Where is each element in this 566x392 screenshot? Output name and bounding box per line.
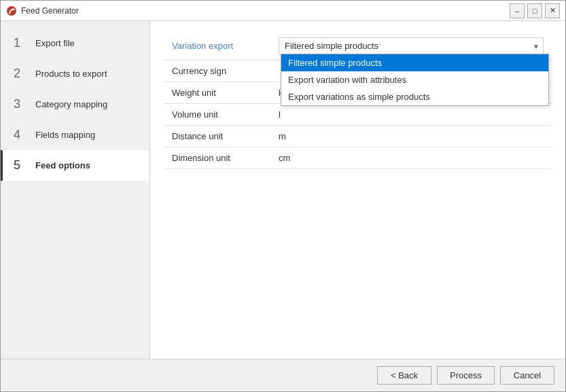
table-row: Volume unit l — [164, 104, 552, 126]
title-bar: Feed Generator – □ ✕ — [1, 1, 565, 21]
sidebar-label-feed-options: Feed options — [35, 160, 90, 171]
table-row: Dimension unit cm — [164, 147, 552, 169]
dropdown-option-with-attributes[interactable]: Export variation with attributes — [281, 71, 548, 88]
sidebar-item-feed-options[interactable]: 5 Feed options — [1, 150, 149, 181]
window-controls: – □ ✕ — [510, 3, 560, 18]
window-body: 1 Export file 2 Products to export 3 Cat… — [1, 21, 565, 359]
window-title: Feed Generator — [21, 6, 79, 16]
main-content: Variation export Filtered simple product… — [150, 21, 565, 359]
variation-export-select-wrapper: Filtered simple productsExport variation… — [279, 37, 544, 54]
volume-value: l — [279, 109, 281, 120]
field-label-distance: Distance unit — [172, 131, 223, 141]
field-label-volume: Volume unit — [172, 109, 218, 120]
sidebar-item-export-file[interactable]: 1 Export file — [1, 28, 149, 58]
field-label-dimension: Dimension unit — [172, 153, 230, 163]
field-label-variation-export: Variation export — [172, 41, 233, 51]
sidebar-item-category[interactable]: 3 Category mapping — [1, 89, 149, 120]
footer: < Back Process Cancel — [1, 359, 565, 391]
field-label-currency: Currency sign — [172, 66, 226, 76]
maximize-button[interactable]: □ — [527, 3, 542, 18]
sidebar-label-products: Products to export — [35, 69, 107, 79]
sidebar-label-category: Category mapping — [35, 99, 107, 109]
close-button[interactable]: ✕ — [545, 3, 560, 18]
step-number-1: 1 — [14, 36, 27, 50]
dropdown-option-as-simple[interactable]: Export variations as simple products — [281, 88, 548, 105]
main-window: Feed Generator – □ ✕ 1 Export file 2 Pro… — [0, 0, 566, 392]
sidebar: 1 Export file 2 Products to export 3 Cat… — [1, 21, 150, 359]
variation-export-dropdown: Filtered simple products Export variatio… — [281, 54, 549, 106]
sidebar-label-fields: Fields mapping — [35, 130, 95, 140]
field-label-weight: Weight unit — [172, 88, 216, 98]
back-button[interactable]: < Back — [377, 366, 431, 385]
dimension-value: cm — [279, 153, 290, 163]
dropdown-option-filtered[interactable]: Filtered simple products — [281, 54, 548, 71]
minimize-button[interactable]: – — [510, 3, 525, 18]
sidebar-item-products[interactable]: 2 Products to export — [1, 58, 149, 89]
app-icon — [6, 5, 17, 16]
svg-point-0 — [7, 6, 16, 16]
step-number-3: 3 — [14, 97, 27, 111]
sidebar-label-export-file: Export file — [35, 38, 75, 48]
sidebar-item-fields[interactable]: 4 Fields mapping — [1, 120, 149, 150]
table-row: Distance unit m — [164, 126, 552, 147]
title-bar-left: Feed Generator — [6, 5, 79, 16]
step-number-2: 2 — [14, 67, 27, 81]
variation-export-select[interactable]: Filtered simple productsExport variation… — [279, 37, 544, 54]
distance-value: m — [279, 131, 286, 141]
step-number-4: 4 — [14, 128, 27, 142]
process-button[interactable]: Process — [437, 366, 495, 385]
cancel-button[interactable]: Cancel — [500, 366, 554, 385]
step-number-5: 5 — [14, 158, 27, 173]
